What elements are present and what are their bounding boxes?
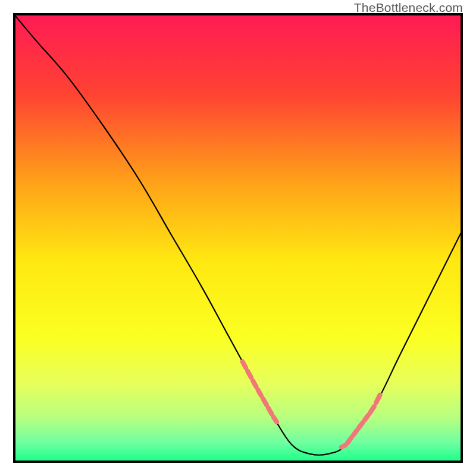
plot-area [13,13,463,463]
svg-rect-0 [13,13,463,463]
background-gradient [13,13,463,463]
bottleneck-chart: TheBottleneck.com [0,0,476,476]
